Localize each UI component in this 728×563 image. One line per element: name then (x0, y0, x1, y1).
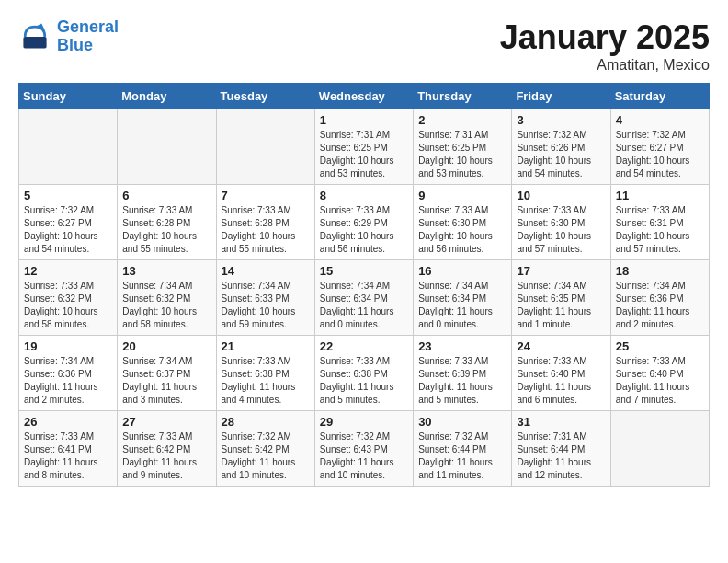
day-number: 13 (122, 264, 210, 278)
calendar-cell: 17 Sunrise: 7:34 AMSunset: 6:35 PMDaylig… (512, 260, 610, 336)
day-info: Sunrise: 7:32 AMSunset: 6:26 PMDaylight:… (517, 129, 605, 180)
day-info: Sunrise: 7:34 AMSunset: 6:36 PMDaylight:… (616, 280, 704, 331)
day-info: Sunrise: 7:32 AMSunset: 6:42 PMDaylight:… (222, 431, 310, 482)
day-number: 10 (517, 189, 605, 202)
calendar-cell (19, 109, 118, 185)
calendar-cell: 30 Sunrise: 7:32 AMSunset: 6:44 PMDaylig… (414, 411, 512, 487)
day-info: Sunrise: 7:34 AMSunset: 6:32 PMDaylight:… (122, 280, 210, 331)
calendar-cell: 21 Sunrise: 7:33 AMSunset: 6:38 PMDaylig… (216, 336, 314, 411)
day-number: 15 (320, 264, 408, 278)
calendar-cell: 10 Sunrise: 7:33 AMSunset: 6:30 PMDaylig… (512, 185, 610, 260)
day-number: 8 (320, 189, 408, 202)
calendar-cell: 4 Sunrise: 7:32 AMSunset: 6:27 PMDayligh… (610, 109, 709, 185)
calendar-subtitle: Amatitan, Mexico (500, 57, 710, 74)
day-number: 23 (418, 339, 506, 353)
calendar-cell: 5 Sunrise: 7:32 AMSunset: 6:27 PMDayligh… (19, 185, 118, 260)
day-number: 12 (24, 264, 112, 278)
day-number: 18 (616, 264, 704, 278)
weekday-header: Saturday (610, 84, 709, 109)
calendar-cell: 2 Sunrise: 7:31 AMSunset: 6:25 PMDayligh… (414, 109, 512, 185)
day-info: Sunrise: 7:34 AMSunset: 6:37 PMDaylight:… (122, 355, 210, 407)
calendar-cell: 18 Sunrise: 7:34 AMSunset: 6:36 PMDaylig… (610, 260, 709, 336)
calendar-table: SundayMondayTuesdayWednesdayThursdayFrid… (18, 83, 710, 487)
logo-line1: General (57, 17, 119, 36)
calendar-week-row: 1 Sunrise: 7:31 AMSunset: 6:25 PMDayligh… (19, 109, 710, 185)
day-info: Sunrise: 7:32 AMSunset: 6:27 PMDaylight:… (616, 129, 704, 180)
day-info: Sunrise: 7:33 AMSunset: 6:40 PMDaylight:… (517, 355, 605, 407)
day-info: Sunrise: 7:31 AMSunset: 6:25 PMDaylight:… (418, 129, 506, 180)
logo-line2: Blue (57, 36, 93, 54)
calendar-cell: 28 Sunrise: 7:32 AMSunset: 6:42 PMDaylig… (216, 411, 314, 487)
day-number: 21 (222, 339, 310, 353)
calendar-title: January 2025 (500, 18, 710, 57)
day-number: 25 (616, 339, 704, 353)
calendar-cell: 13 Sunrise: 7:34 AMSunset: 6:32 PMDaylig… (118, 260, 216, 336)
day-info: Sunrise: 7:33 AMSunset: 6:41 PMDaylight:… (24, 431, 112, 482)
calendar-cell: 31 Sunrise: 7:31 AMSunset: 6:44 PMDaylig… (512, 411, 610, 487)
day-number: 30 (418, 415, 506, 429)
calendar-cell: 15 Sunrise: 7:34 AMSunset: 6:34 PMDaylig… (314, 260, 413, 336)
day-info: Sunrise: 7:33 AMSunset: 6:30 PMDaylight:… (418, 204, 506, 256)
calendar-cell: 1 Sunrise: 7:31 AMSunset: 6:25 PMDayligh… (314, 109, 413, 185)
day-number: 19 (24, 339, 112, 353)
calendar-cell: 22 Sunrise: 7:33 AMSunset: 6:38 PMDaylig… (314, 336, 413, 411)
day-number: 20 (122, 339, 210, 353)
weekday-header: Sunday (19, 84, 118, 109)
day-info: Sunrise: 7:34 AMSunset: 6:36 PMDaylight:… (24, 355, 112, 407)
day-info: Sunrise: 7:33 AMSunset: 6:32 PMDaylight:… (24, 280, 112, 331)
calendar-cell: 23 Sunrise: 7:33 AMSunset: 6:39 PMDaylig… (414, 336, 512, 411)
day-number: 31 (517, 415, 605, 429)
calendar-cell: 7 Sunrise: 7:33 AMSunset: 6:28 PMDayligh… (216, 185, 314, 260)
calendar-cell: 8 Sunrise: 7:33 AMSunset: 6:29 PMDayligh… (314, 185, 413, 260)
day-info: Sunrise: 7:33 AMSunset: 6:39 PMDaylight:… (418, 355, 506, 407)
page-header: General Blue January 2025 Amatitan, Mexi… (18, 18, 710, 74)
day-number: 28 (222, 415, 310, 429)
day-info: Sunrise: 7:34 AMSunset: 6:34 PMDaylight:… (418, 280, 506, 331)
day-number: 24 (517, 339, 605, 353)
calendar-cell: 9 Sunrise: 7:33 AMSunset: 6:30 PMDayligh… (414, 185, 512, 260)
weekday-header: Monday (118, 84, 216, 109)
calendar-cell: 26 Sunrise: 7:33 AMSunset: 6:41 PMDaylig… (19, 411, 118, 487)
day-info: Sunrise: 7:34 AMSunset: 6:35 PMDaylight:… (517, 280, 605, 331)
day-info: Sunrise: 7:33 AMSunset: 6:42 PMDaylight:… (122, 431, 210, 482)
calendar-cell: 3 Sunrise: 7:32 AMSunset: 6:26 PMDayligh… (512, 109, 610, 185)
day-number: 17 (517, 264, 605, 278)
calendar-cell: 16 Sunrise: 7:34 AMSunset: 6:34 PMDaylig… (414, 260, 512, 336)
day-info: Sunrise: 7:33 AMSunset: 6:38 PMDaylight:… (320, 355, 408, 407)
day-info: Sunrise: 7:32 AMSunset: 6:43 PMDaylight:… (320, 431, 408, 482)
day-number: 2 (418, 113, 506, 127)
calendar-cell: 20 Sunrise: 7:34 AMSunset: 6:37 PMDaylig… (118, 336, 216, 411)
calendar-cell: 19 Sunrise: 7:34 AMSunset: 6:36 PMDaylig… (19, 336, 118, 411)
day-info: Sunrise: 7:32 AMSunset: 6:27 PMDaylight:… (24, 204, 112, 256)
day-info: Sunrise: 7:33 AMSunset: 6:30 PMDaylight:… (517, 204, 605, 256)
calendar-week-row: 5 Sunrise: 7:32 AMSunset: 6:27 PMDayligh… (19, 185, 710, 260)
calendar-cell (610, 411, 709, 487)
day-number: 16 (418, 264, 506, 278)
logo-text: General Blue (57, 18, 119, 55)
logo: General Blue (18, 18, 119, 55)
calendar-cell: 11 Sunrise: 7:33 AMSunset: 6:31 PMDaylig… (610, 185, 709, 260)
calendar-cell: 24 Sunrise: 7:33 AMSunset: 6:40 PMDaylig… (512, 336, 610, 411)
day-number: 1 (320, 113, 408, 127)
day-number: 11 (616, 189, 704, 202)
day-info: Sunrise: 7:32 AMSunset: 6:44 PMDaylight:… (418, 431, 506, 482)
day-number: 5 (24, 189, 112, 202)
day-info: Sunrise: 7:34 AMSunset: 6:34 PMDaylight:… (320, 280, 408, 331)
weekday-header: Wednesday (314, 84, 413, 109)
day-number: 26 (24, 415, 112, 429)
day-number: 6 (122, 189, 210, 202)
logo-icon (18, 20, 51, 53)
calendar-cell: 25 Sunrise: 7:33 AMSunset: 6:40 PMDaylig… (610, 336, 709, 411)
day-info: Sunrise: 7:33 AMSunset: 6:28 PMDaylight:… (122, 204, 210, 256)
day-number: 7 (222, 189, 310, 202)
svg-rect-0 (23, 37, 46, 49)
day-info: Sunrise: 7:33 AMSunset: 6:40 PMDaylight:… (616, 355, 704, 407)
weekday-header: Friday (512, 84, 610, 109)
title-block: January 2025 Amatitan, Mexico (500, 18, 710, 74)
day-number: 22 (320, 339, 408, 353)
calendar-week-row: 26 Sunrise: 7:33 AMSunset: 6:41 PMDaylig… (19, 411, 710, 487)
weekday-header: Thursday (414, 84, 512, 109)
day-number: 27 (122, 415, 210, 429)
day-info: Sunrise: 7:33 AMSunset: 6:29 PMDaylight:… (320, 204, 408, 256)
day-info: Sunrise: 7:31 AMSunset: 6:25 PMDaylight:… (320, 129, 408, 180)
